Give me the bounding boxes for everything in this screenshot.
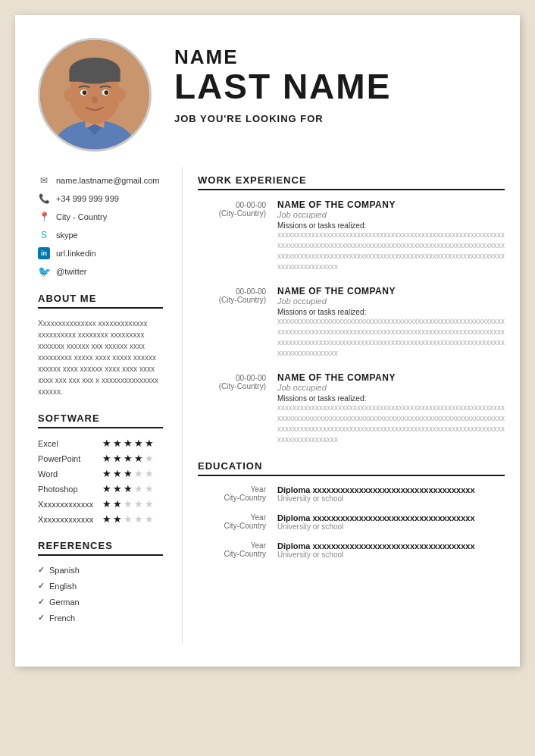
star-filled: ★ <box>113 498 122 510</box>
work-entry: 00-00-00(City-Country) NAME OF THE COMPA… <box>198 372 505 445</box>
profile-photo <box>38 38 152 152</box>
work-job: Job occupied <box>277 210 505 219</box>
work-tasks: xxxxxxxxxxxxxxxxxxxxxxxxxxxxxxxxxxxxxxxx… <box>277 230 505 272</box>
work-entry: 00-00-00(City-Country) NAME OF THE COMPA… <box>198 199 505 272</box>
star-filled: ★ <box>145 438 154 449</box>
work-list: 00-00-00(City-Country) NAME OF THE COMPA… <box>198 199 505 445</box>
work-entry: 00-00-00(City-Country) NAME OF THE COMPA… <box>198 286 505 359</box>
checkmark-icon: ✓ <box>38 597 45 607</box>
edu-diploma: Diploma xxxxxxxxxxxxxxxxxxxxxxxxxxxxxxxx… <box>277 541 505 551</box>
work-company: NAME OF THE COMPANY <box>277 372 505 383</box>
star-filled: ★ <box>124 438 133 449</box>
star-empty: ★ <box>134 498 143 510</box>
education-title: EDUCATION <box>198 460 505 476</box>
reference-item: ✓German <box>38 597 163 607</box>
about-title: ABOUT ME <box>38 293 163 309</box>
edu-entry: YearCity-Country Diploma xxxxxxxxxxxxxxx… <box>198 485 505 503</box>
edu-entry: YearCity-Country Diploma xxxxxxxxxxxxxxx… <box>198 541 505 559</box>
star-filled: ★ <box>102 438 111 449</box>
star-filled: ★ <box>134 453 143 464</box>
email-icon: ✉ <box>38 174 50 187</box>
star-filled: ★ <box>113 513 122 525</box>
location-icon: 📍 <box>38 211 50 223</box>
star-filled: ★ <box>113 453 122 464</box>
work-tasks: xxxxxxxxxxxxxxxxxxxxxxxxxxxxxxxxxxxxxxxx… <box>277 316 505 359</box>
star-filled: ★ <box>102 453 111 464</box>
software-item: Xxxxxxxxxxxxx★★★★★ <box>38 513 163 525</box>
work-details: NAME OF THE COMPANY Job occupied Mission… <box>277 372 505 445</box>
references-title: REFERENCES <box>38 540 163 556</box>
star-empty: ★ <box>145 483 154 494</box>
work-job: Job occupied <box>277 383 505 392</box>
about-section: ABOUT ME Xxxxxxxxxxxxxxx xxxxxxxxxxxxx x… <box>38 293 163 397</box>
checkmark-icon: ✓ <box>38 581 45 591</box>
references-list: ✓Spanish✓English✓German✓French <box>38 565 163 623</box>
right-column: WORK EXPERIENCE 00-00-00(City-Country) N… <box>182 167 527 644</box>
star-filled: ★ <box>102 498 111 510</box>
svg-point-11 <box>83 90 87 95</box>
software-item: Photoshop★★★★★ <box>38 483 163 494</box>
reference-item: ✓Spanish <box>38 565 163 575</box>
software-list: Excel★★★★★PowerPoint★★★★★Word★★★★★Photos… <box>38 438 163 525</box>
stars: ★★★★★ <box>102 483 154 494</box>
checkmark-icon: ✓ <box>38 613 45 623</box>
education-list: YearCity-Country Diploma xxxxxxxxxxxxxxx… <box>198 485 505 559</box>
svg-point-12 <box>104 90 108 95</box>
reference-label: French <box>49 613 75 623</box>
software-title: SOFTWARE <box>38 413 163 428</box>
contact-location: 📍 City - Country <box>38 211 163 223</box>
main-content: ✉ name.lastname@gmail.com 📞 +34 999 999 … <box>15 167 520 667</box>
last-name: LAST NAME <box>174 69 497 104</box>
svg-point-8 <box>115 88 125 101</box>
edu-school: University or school <box>277 494 505 503</box>
reference-label: English <box>49 582 77 591</box>
star-empty: ★ <box>134 468 143 479</box>
reference-label: German <box>49 598 80 607</box>
stars: ★★★★★ <box>102 468 154 479</box>
work-details: NAME OF THE COMPANY Job occupied Mission… <box>277 199 505 272</box>
contact-twitter: 🐦 @twitter <box>38 265 163 278</box>
edu-school: University or school <box>277 522 505 531</box>
left-column: ✉ name.lastname@gmail.com 📞 +34 999 999 … <box>15 167 182 644</box>
contact-skype: S skype <box>38 229 163 241</box>
star-filled: ★ <box>102 468 111 479</box>
contact-linkedin: in url.linkedin <box>38 247 163 259</box>
work-missions: Missions or tasks realized: <box>277 394 505 403</box>
star-empty: ★ <box>145 468 154 479</box>
software-name: Word <box>38 469 102 478</box>
linkedin-icon: in <box>38 247 50 259</box>
software-item: Word★★★★★ <box>38 468 163 479</box>
stars: ★★★★★ <box>102 453 154 464</box>
checkmark-icon: ✓ <box>38 565 45 575</box>
edu-date: YearCity-Country <box>198 513 266 531</box>
edu-details: Diploma xxxxxxxxxxxxxxxxxxxxxxxxxxxxxxxx… <box>277 541 505 559</box>
work-tasks: xxxxxxxxxxxxxxxxxxxxxxxxxxxxxxxxxxxxxxxx… <box>277 403 505 445</box>
contact-section: ✉ name.lastname@gmail.com 📞 +34 999 999 … <box>38 174 163 278</box>
references-section: REFERENCES ✓Spanish✓English✓German✓Frenc… <box>38 540 163 623</box>
name-area: NAME LAST NAME JOB YOU'RE LOOKING FOR <box>174 38 497 124</box>
star-filled: ★ <box>124 468 133 479</box>
education-section: EDUCATION YearCity-Country Diploma xxxxx… <box>198 460 505 559</box>
software-name: PowerPoint <box>38 454 102 463</box>
star-filled: ★ <box>134 438 143 449</box>
reference-label: Spanish <box>49 566 80 575</box>
svg-point-7 <box>64 88 74 101</box>
work-date: 00-00-00(City-Country) <box>198 199 266 272</box>
job-title: JOB YOU'RE LOOKING FOR <box>174 113 497 124</box>
reference-item: ✓French <box>38 613 163 623</box>
star-empty: ★ <box>124 513 133 525</box>
work-company: NAME OF THE COMPANY <box>277 286 505 296</box>
star-filled: ★ <box>113 483 122 494</box>
edu-date: YearCity-Country <box>198 485 266 503</box>
work-job: Job occupied <box>277 296 505 306</box>
star-filled: ★ <box>102 483 111 494</box>
edu-entry: YearCity-Country Diploma xxxxxxxxxxxxxxx… <box>198 513 505 531</box>
about-text: Xxxxxxxxxxxxxxx xxxxxxxxxxxxx xxxxxxxxxx… <box>38 318 163 397</box>
star-filled: ★ <box>113 468 122 479</box>
software-item: Xxxxxxxxxxxxx★★★★★ <box>38 498 163 510</box>
work-company: NAME OF THE COMPANY <box>277 199 505 210</box>
edu-diploma: Diploma xxxxxxxxxxxxxxxxxxxxxxxxxxxxxxxx… <box>277 513 505 522</box>
software-section: SOFTWARE Excel★★★★★PowerPoint★★★★★Word★★… <box>38 413 163 525</box>
edu-details: Diploma xxxxxxxxxxxxxxxxxxxxxxxxxxxxxxxx… <box>277 485 505 503</box>
twitter-icon: 🐦 <box>38 265 50 278</box>
